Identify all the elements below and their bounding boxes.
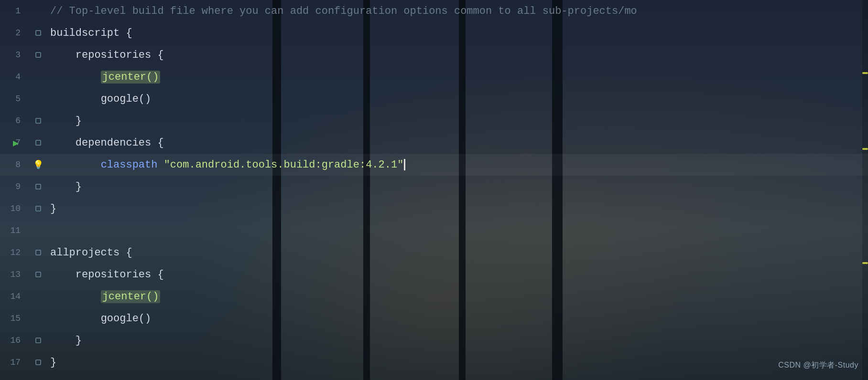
line-gutter-13 [26,271,50,278]
code-text-2: buildscript { [50,27,868,39]
token: jcenter() [101,290,161,303]
fold-icon-12[interactable] [34,249,42,256]
code-text-4: jcenter() [50,71,868,84]
fold-icon-9[interactable] [34,183,42,190]
line-number-3: 3 [0,50,26,60]
fold-icon-3[interactable] [34,51,42,59]
line-number-8: 8 [0,160,26,169]
token: } [76,335,82,347]
token: repositories { [76,269,164,281]
code-line-10: 10} [0,198,868,220]
hint-icon-8[interactable]: 💡 [33,159,43,170]
code-text-9: } [50,181,868,193]
line-gutter-6 [26,117,50,125]
svg-rect-6 [36,250,41,255]
line-number-14: 14 [0,292,26,301]
token: allprojects { [50,247,132,259]
svg-rect-4 [36,184,41,189]
code-text-8: classpath "com.android.tools.build:gradl… [50,159,868,171]
token: } [50,357,56,369]
line-gutter-10 [26,205,50,212]
code-line-13: 13 repositories { [0,264,868,285]
code-line-3: 3 repositories { [0,44,868,66]
fold-icon-10[interactable] [34,205,42,212]
line-gutter-12 [26,249,50,256]
token: classpath [101,159,164,171]
line-number-11: 11 [0,226,26,235]
code-line-14: 14 jcenter() [0,285,868,307]
token: } [76,115,82,127]
code-text-14: jcenter() [50,290,868,303]
code-line-16: 16 } [0,329,868,351]
code-editor: 1// Top-level build file where you can a… [0,0,868,380]
code-text-3: repositories { [50,49,868,61]
line-number-6: 6 [0,116,26,126]
line-gutter-8: 💡 [26,159,50,170]
line-number-5: 5 [0,94,26,104]
code-line-11: 11 [0,220,868,242]
fold-icon-2[interactable] [34,29,42,37]
line-number-17: 17 [0,358,26,367]
token: } [50,203,56,215]
line-number-10: 10 [0,204,26,213]
line-gutter-17 [26,359,50,366]
code-text-5: google() [50,93,868,105]
code-line-17: 17} [0,351,868,373]
code-line-2: 2buildscript { [0,22,868,44]
line-number-9: 9 [0,182,26,191]
code-text-16: } [50,335,868,347]
fold-icon-13[interactable] [34,271,42,278]
fold-icon-16[interactable] [34,337,42,344]
svg-rect-7 [36,272,41,277]
token: google() [101,93,152,105]
code-text-7: dependencies { [50,137,868,149]
token: buildscript { [50,27,132,39]
line-number-16: 16 [0,336,26,345]
svg-rect-9 [36,360,41,365]
line-gutter-7: ▶ [26,139,50,147]
watermark: CSDN @初学者-Study [778,360,858,370]
fold-icon-6[interactable] [34,117,42,125]
code-line-1: 1// Top-level build file where you can a… [0,0,868,22]
scrollbar-marker-1 [862,148,868,150]
code-text-17: } [50,357,868,369]
code-line-4: 4 jcenter() [0,66,868,88]
scrollbar-marker-2 [862,262,868,264]
svg-rect-1 [36,53,41,57]
token: "com.android.tools.build:gradle:4.2.1" [164,159,404,171]
svg-rect-5 [36,206,41,211]
code-text-13: repositories { [50,269,868,281]
svg-rect-2 [36,118,41,123]
scrollbar-track[interactable] [862,0,868,380]
line-number-15: 15 [0,314,26,323]
code-text-12: allprojects { [50,247,868,259]
code-line-6: 6 } [0,110,868,132]
line-gutter-2 [26,29,50,37]
code-line-12: 12allprojects { [0,242,868,264]
line-number-1: 1 [0,6,26,16]
token: google() [101,313,152,325]
code-line-5: 5 google() [0,88,868,110]
line-number-13: 13 [0,270,26,279]
code-line-7: 7▶ dependencies { [0,132,868,154]
line-gutter-3 [26,51,50,59]
code-text-10: } [50,203,868,215]
code-line-9: 9 } [0,176,868,198]
line-gutter-9 [26,183,50,190]
line-gutter-16 [26,337,50,344]
line-number-12: 12 [0,248,26,257]
line-number-4: 4 [0,72,26,82]
cursor [404,159,405,170]
token: // Top-level build file where you can ad… [50,5,637,17]
code-line-15: 15 google() [0,307,868,329]
code-text-15: google() [50,313,868,325]
scrollbar-marker-0 [862,72,868,74]
token: jcenter() [101,71,161,84]
svg-rect-3 [36,140,41,145]
svg-rect-8 [36,338,41,343]
fold-icon-7[interactable] [34,139,42,147]
fold-icon-17[interactable] [34,359,42,366]
svg-rect-0 [36,31,41,35]
code-line-8: 8💡 classpath "com.android.tools.build:gr… [0,154,868,176]
run-icon-7[interactable]: ▶ [13,137,19,149]
